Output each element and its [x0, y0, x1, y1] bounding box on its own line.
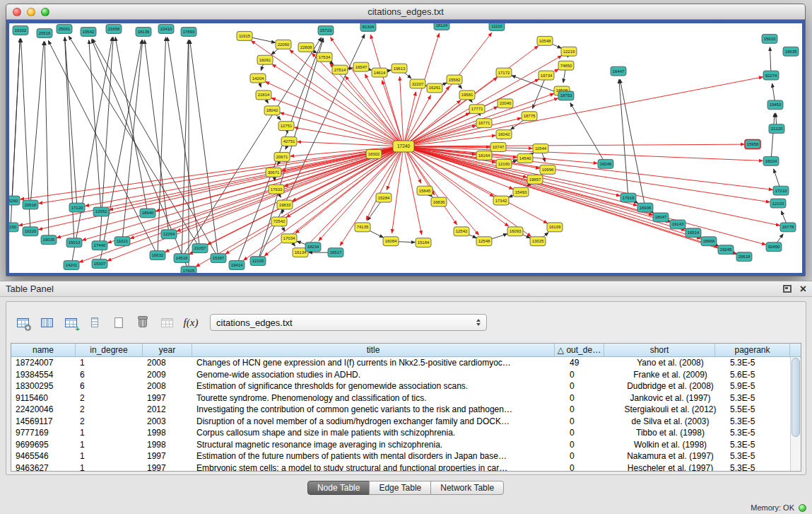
graph-node[interactable]: 18042 — [264, 106, 280, 115]
graph-node[interactable]: 14518 — [174, 254, 189, 263]
graph-node[interactable]: 17172 — [496, 68, 512, 77]
graph-node[interactable]: 30671 — [266, 168, 281, 177]
graph-node[interactable]: 17120 — [69, 203, 85, 212]
table-row[interactable]: 1456911722003Disruption of a novel membe… — [11, 416, 801, 428]
graph-node[interactable]: 12264 — [161, 230, 177, 239]
graph-node[interactable]: 21220 — [769, 124, 784, 134]
graph-node[interactable]: 19734 — [539, 71, 554, 80]
graph-node[interactable]: 12548 — [476, 237, 492, 246]
show-columns-button[interactable] — [36, 313, 57, 332]
graph-node[interactable]: 11544 — [533, 144, 548, 153]
graph-node[interactable]: 17605 — [181, 267, 196, 273]
graph-node[interactable]: 19035 — [41, 235, 57, 245]
graph-node[interactable]: 14614 — [372, 68, 387, 77]
float-panel-icon[interactable] — [783, 285, 792, 293]
graph-node[interactable]: 16302 — [13, 25, 28, 35]
graph-node[interactable]: 19857 — [527, 175, 543, 184]
graph-node[interactable]: 10996 — [540, 165, 555, 174]
graph-node[interactable]: 21057 — [192, 244, 208, 253]
column-header-title[interactable]: title — [192, 344, 555, 356]
graph-node[interactable]: 15845 — [417, 186, 433, 195]
graph-node[interactable]: 18302 — [366, 149, 382, 158]
graph-node[interactable]: 20671 — [274, 152, 290, 161]
delete-table-button[interactable] — [132, 313, 153, 332]
graph-node[interactable]: 19414 — [229, 261, 245, 270]
graph-node[interactable]: 18136 — [136, 27, 151, 36]
graph-node[interactable]: 18047 — [653, 213, 669, 222]
column-header-name[interactable]: name — [11, 344, 76, 356]
graph-node[interactable]: 14540 — [517, 153, 533, 163]
graph-node[interactable]: 16093 — [507, 227, 523, 236]
delete-rows-button[interactable] — [84, 313, 105, 332]
graph-node[interactable]: 16836 — [431, 197, 447, 206]
graph-node[interactable]: 11915 — [237, 31, 252, 40]
zoom-window-icon[interactable] — [41, 8, 49, 16]
table-row[interactable]: 1830029562008Estimation of significance … — [11, 380, 801, 392]
table-row[interactable]: 1872400712008Changes of HCN gene express… — [11, 357, 801, 369]
graph-node[interactable]: 12751 — [278, 122, 294, 131]
graph-node[interactable]: 72542 — [271, 217, 287, 226]
tab-network-table[interactable]: Network Table — [430, 481, 504, 495]
graph-node[interactable]: 17771 — [469, 105, 485, 114]
graph-node[interactable]: 18966 — [701, 237, 717, 246]
graph-node[interactable]: 21814 — [256, 90, 271, 100]
graph-node[interactable]: 32207 — [410, 79, 425, 88]
graph-node[interactable]: 22040 — [498, 99, 513, 108]
table-row[interactable]: 1938455462009Genome-wide association stu… — [11, 369, 801, 381]
graph-node[interactable]: 18753 — [558, 91, 574, 100]
graph-node[interactable]: 10220 — [23, 227, 38, 236]
graph-node[interactable]: 17034 — [281, 234, 297, 243]
graph-node[interactable]: 18234 — [305, 243, 321, 252]
graph-node[interactable]: 18124 — [434, 23, 449, 30]
vertical-scrollbar[interactable] — [790, 357, 801, 471]
graph-node[interactable]: 19635 — [783, 47, 799, 56]
graph-node[interactable]: 12542 — [454, 227, 469, 236]
graph-node[interactable]: 12103 — [770, 199, 786, 208]
graph-node[interactable]: 17210 — [773, 186, 789, 195]
graph-node[interactable]: 15013 — [66, 238, 82, 247]
graph-node[interactable]: 20518 — [23, 200, 38, 209]
column-header-year[interactable]: year — [143, 344, 192, 356]
table-row[interactable]: 911546021997Tourette syndrome. Phenomeno… — [11, 392, 801, 404]
graph-node[interactable]: 17919 — [620, 193, 636, 202]
graph-node[interactable]: 17440 — [92, 241, 107, 250]
graph-node[interactable]: 14201 — [64, 261, 79, 270]
table-row[interactable]: 946554611997Estimation of the future num… — [11, 450, 801, 462]
graph-node[interactable]: 16936 — [637, 203, 653, 212]
network-view[interactable]: 16302 20516 25061 19542 21658 18136 2241… — [9, 23, 802, 273]
tab-node-table[interactable]: Node Table — [307, 481, 370, 495]
column-header-out_degree[interactable]: △ out_de… — [555, 344, 604, 356]
table-row[interactable]: 2242004622012Investigating the contribut… — [11, 404, 801, 416]
graph-node[interactable]: 81304 — [360, 23, 376, 31]
column-header-pagerank[interactable]: pagerank — [715, 344, 790, 356]
graph-node[interactable]: 15307 — [92, 259, 107, 269]
graph-node[interactable]: 74850 — [558, 61, 574, 70]
graph-node[interactable]: 18164 — [476, 151, 492, 160]
table-row[interactable]: 946362711997Embryonic stem cells: a mode… — [11, 462, 801, 472]
graph-node[interactable]: 12160 — [496, 159, 512, 168]
graph-node[interactable]: 19581 — [459, 90, 475, 100]
graph-node[interactable]: 16632 — [150, 251, 165, 260]
function-builder-button[interactable]: f(x) — [180, 313, 201, 332]
column-header-in_degree[interactable]: in_degree — [76, 344, 143, 356]
graph-node[interactable]: 16517 — [328, 248, 343, 257]
graph-node[interactable]: 14204 — [250, 74, 266, 83]
graph-node[interactable]: 15610 — [762, 34, 777, 43]
close-panel-icon[interactable]: × — [800, 284, 806, 294]
graph-node[interactable]: 16046 — [598, 159, 613, 168]
scrollbar-thumb[interactable] — [792, 358, 800, 437]
graph-node[interactable]: 19542 — [81, 27, 96, 36]
graph-node[interactable]: 20516 — [37, 28, 52, 37]
graph-node[interactable]: 12100 — [250, 257, 266, 266]
graph-node[interactable]: 17534 — [317, 52, 332, 62]
graph-node[interactable]: 27514 — [332, 65, 348, 74]
graph-node[interactable]: 19245 — [718, 245, 734, 255]
graph-node[interactable]: 16024 — [763, 156, 779, 165]
graph-node[interactable]: 22410 — [158, 24, 174, 33]
graph-node[interactable]: 15493 — [513, 187, 529, 197]
graph-node[interactable]: 16514 — [686, 228, 701, 238]
graph-node[interactable]: 16261 — [427, 83, 442, 93]
window-titlebar[interactable]: citations_edges.txt — [6, 4, 805, 20]
graph-node[interactable]: 12219 — [561, 47, 577, 56]
close-window-icon[interactable] — [13, 8, 21, 16]
